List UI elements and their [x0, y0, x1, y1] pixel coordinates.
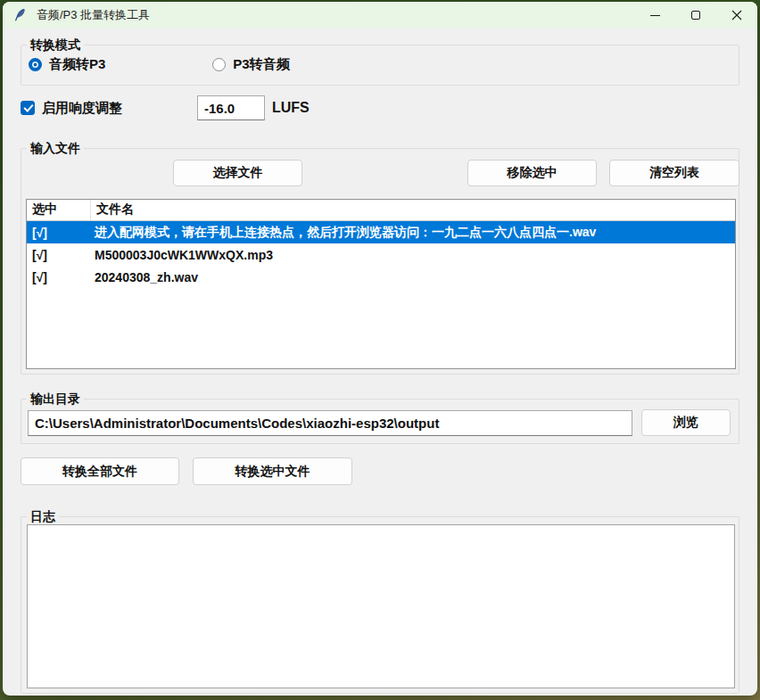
app-window: 音频/P3 批量转换工具 转换模式 音频转P3 P3转音频 启用响度调整 L — [3, 2, 757, 696]
convert-selected-button[interactable]: 转换选中文件 — [193, 457, 352, 485]
log-group-label: 日志 — [27, 508, 59, 525]
radio-p3-to-audio[interactable]: P3转音频 — [212, 56, 289, 73]
close-icon — [731, 10, 742, 21]
radio-selected-icon — [29, 58, 42, 71]
lufs-unit-label: LUFS — [272, 100, 310, 116]
python-feather-icon — [13, 8, 28, 22]
minimize-button[interactable] — [634, 2, 675, 29]
file-row-filename: 进入配网模式，请在手机上连接热点，然后打开浏览器访问：一九二点一六八点四点一.w… — [91, 225, 735, 241]
mode-group: 转换模式 音频转P3 P3转音频 — [21, 45, 739, 86]
log-textarea[interactable] — [27, 524, 735, 688]
maximize-icon — [691, 11, 700, 20]
radio-unselected-icon — [212, 58, 226, 71]
file-list-header: 选中 文件名 — [27, 200, 735, 221]
mode-radio-row: 音频转P3 P3转音频 — [29, 56, 290, 73]
title-bar: 音频/P3 批量转换工具 — [3, 2, 757, 29]
close-button[interactable] — [716, 2, 757, 29]
output-path-input[interactable] — [28, 410, 632, 436]
file-row[interactable]: [√] M500003J0cWK1WWxQX.mp3 — [27, 243, 735, 266]
minimize-icon — [650, 15, 660, 16]
loudness-checkbox[interactable] — [21, 101, 35, 115]
output-dir-group-label: 输出目录 — [27, 391, 84, 408]
file-row-filename: M500003J0cWK1WWxQX.mp3 — [91, 248, 735, 262]
log-group: 日志 — [21, 516, 739, 694]
select-files-button[interactable]: 选择文件 — [173, 160, 302, 186]
browse-button[interactable]: 浏览 — [641, 409, 731, 436]
input-files-group: 输入文件 选择文件 移除选中 清空列表 选中 文件名 [√] 进入配网模式，请在… — [21, 148, 739, 375]
column-header-filename[interactable]: 文件名 — [91, 200, 735, 220]
file-row-filename: 20240308_zh.wav — [91, 270, 735, 284]
maximize-button[interactable] — [675, 2, 716, 29]
clear-list-button[interactable]: 清空列表 — [609, 160, 739, 186]
convert-all-button[interactable]: 转换全部文件 — [21, 457, 179, 485]
radio-audio-to-p3-label: 音频转P3 — [49, 56, 105, 73]
output-dir-group: 输出目录 浏览 — [21, 399, 739, 444]
column-header-checked[interactable]: 选中 — [27, 200, 91, 220]
window-title: 音频/P3 批量转换工具 — [37, 7, 150, 23]
file-row[interactable]: [√] 进入配网模式，请在手机上连接热点，然后打开浏览器访问：一九二点一六八点四… — [27, 221, 735, 243]
file-list: 选中 文件名 [√] 进入配网模式，请在手机上连接热点，然后打开浏览器访问：一九… — [26, 199, 736, 369]
file-row[interactable]: [√] 20240308_zh.wav — [27, 266, 735, 288]
remove-selected-button[interactable]: 移除选中 — [467, 160, 597, 186]
loudness-checkbox-label: 启用响度调整 — [42, 100, 122, 117]
radio-audio-to-p3[interactable]: 音频转P3 — [29, 56, 105, 73]
loudness-row: 启用响度调整 LUFS — [21, 95, 739, 120]
radio-p3-to-audio-label: P3转音频 — [233, 56, 289, 73]
file-row-checkmark: [√] — [27, 270, 91, 284]
file-row-checkmark: [√] — [27, 226, 91, 240]
file-row-checkmark: [√] — [27, 248, 91, 262]
mode-group-label: 转换模式 — [27, 37, 84, 54]
lufs-value-input[interactable] — [197, 95, 265, 120]
input-files-group-label: 输入文件 — [27, 140, 84, 157]
desktop: { "window": { "title": "音频/P3 批量转换工具" },… — [0, 0, 760, 700]
